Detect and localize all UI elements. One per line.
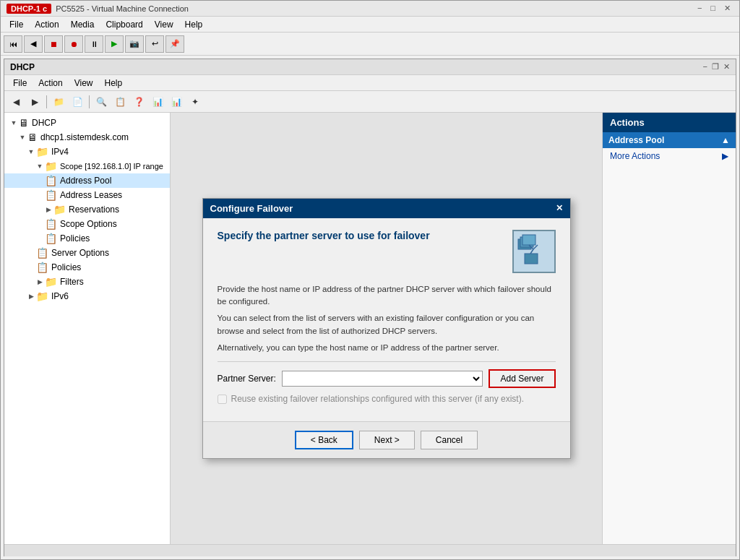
dialog-desc-1: Provide the host name or IP address of t… [218, 283, 556, 309]
vm-titlebar-left: DHCP-1 c PC5525 - Virtual Machine Connec… [7, 4, 189, 14]
tree-item-address-pool[interactable]: 📋 Address Pool [4, 173, 170, 188]
actions-section[interactable]: Address Pool ▲ [603, 132, 736, 148]
dhcp-toolbar-btn-3[interactable]: 🔍 [92, 94, 110, 110]
tree-item-policies[interactable]: 📋 Policies [4, 231, 170, 246]
tree-label-filters: Filters [60, 277, 84, 287]
vm-toolbar-btn-5[interactable]: 📷 [125, 35, 144, 53]
vm-menubar: File Action Media Clipboard View Help [1, 17, 739, 33]
vm-toolbar-btn-6[interactable]: ↩ [145, 35, 164, 53]
partner-server-row: Partner Server: Add Server [218, 369, 556, 388]
dhcp-titlebar: DHCP − ❐ ✕ [4, 59, 736, 75]
dialog-footer: < Back Next > Cancel [203, 421, 570, 458]
vm-maximize-btn[interactable]: □ [707, 4, 718, 13]
dhcp-toolbar-btn-8[interactable]: ✦ [186, 94, 204, 110]
dhcp-menu-file[interactable]: File [7, 77, 33, 90]
dialog-separator [218, 361, 556, 362]
horizontal-scrollbar[interactable] [4, 545, 736, 556]
dhcp-tree-icon: 🖥 [19, 117, 29, 129]
dialog-titlebar-controls: ✕ [556, 203, 563, 213]
dhcp-content: ▼ 🖥 DHCP ▼ 🖥 dhcp1.sistemdesk.com ▼ 📁 IP… [4, 113, 736, 544]
actions-panel: Actions Address Pool ▲ More Actions ▶ [602, 113, 736, 544]
vm-toolbar-btn-pause[interactable]: ⏸ [85, 35, 103, 53]
dhcp-forward-btn[interactable]: ▶ [26, 94, 43, 110]
dhcp-restore-btn[interactable]: ❐ [712, 62, 719, 72]
tree-label-reservations: Reservations [69, 204, 119, 215]
tree-item-server[interactable]: ▼ 🖥 dhcp1.sistemdesk.com [4, 130, 170, 145]
vm-minimize-btn[interactable]: − [694, 4, 705, 13]
dhcp-toolbar: ◀ ▶ 📁 📄 🔍 📋 ❓ 📊 📊 ✦ [4, 91, 736, 113]
reuse-failover-checkbox[interactable] [218, 395, 227, 404]
tree-label-policies2: Policies [51, 262, 81, 272]
dhcp-close-btn[interactable]: ✕ [723, 62, 730, 72]
server-options-icon: 📋 [36, 247, 48, 259]
dhcp-minimize-btn[interactable]: − [703, 62, 707, 72]
tree-label-ipv6: IPv6 [51, 291, 69, 301]
add-server-button[interactable]: Add Server [489, 369, 555, 388]
dialog-overlay: Configure Failover ✕ Specify the partner… [171, 113, 602, 544]
expand-icon-ipv4: ▼ [27, 148, 35, 155]
dhcp-toolbar-btn-7[interactable]: 📊 [168, 94, 185, 110]
address-pool-icon: 📋 [45, 175, 57, 186]
tree-item-address-leases[interactable]: 📋 Address Leases [4, 188, 170, 202]
dhcp-menu-action[interactable]: Action [33, 77, 68, 90]
more-actions-label: More Actions [610, 151, 660, 161]
vm-toolbar-btn-1[interactable]: ⏮ [4, 35, 22, 53]
actions-section-label: Address Pool [608, 135, 664, 145]
tree-item-ipv4[interactable]: ▼ 📁 IPv4 [4, 145, 170, 159]
vm-toolbar: ⏮ ◀ ⏹ ⏺ ⏸ ▶ 📷 ↩ 📌 [1, 33, 739, 56]
vm-menu-help[interactable]: Help [179, 18, 209, 31]
vm-title-tab[interactable]: DHCP-1 c [7, 4, 51, 14]
dhcp-toolbar-btn-1[interactable]: 📁 [50, 94, 67, 110]
vm-toolbar-btn-rec[interactable]: ⏺ [64, 35, 83, 53]
tree-label-dhcp: DHCP [32, 118, 56, 128]
bottom-scrollbar [4, 544, 736, 556]
vm-menu-file[interactable]: File [4, 18, 29, 31]
actions-section-chevron: ▲ [721, 135, 730, 145]
dhcp-toolbar-btn-6[interactable]: 📊 [149, 94, 166, 110]
partner-server-select[interactable] [282, 371, 483, 387]
ipv6-icon: 📁 [36, 290, 48, 302]
reservations-icon: 📁 [53, 204, 66, 215]
dhcp-menu-view[interactable]: View [69, 77, 99, 90]
vm-toolbar-btn-2[interactable]: ◀ [24, 35, 43, 53]
vm-menu-view[interactable]: View [149, 18, 179, 31]
checkbox-label: Reuse existing failover relationships co… [231, 394, 525, 404]
dhcp-toolbar-btn-5[interactable]: ❓ [130, 94, 147, 110]
tree-item-ipv6[interactable]: ▶ 📁 IPv6 [4, 289, 170, 303]
vm-toolbar-btn-7[interactable]: 📌 [165, 35, 184, 53]
tree-label-server-options: Server Options [51, 248, 109, 258]
scope-options-icon: 📋 [45, 218, 57, 230]
policies2-icon: 📋 [36, 262, 48, 273]
next-button[interactable]: Next > [359, 431, 415, 449]
vm-menu-action[interactable]: Action [29, 18, 64, 31]
expand-icon-ipv6: ▶ [27, 293, 35, 300]
tree-item-reservations[interactable]: ▶ 📁 Reservations [4, 202, 170, 217]
dhcp-toolbar-btn-2[interactable]: 📄 [69, 94, 86, 110]
more-actions-item[interactable]: More Actions ▶ [603, 148, 736, 164]
dhcp-toolbar-btn-4[interactable]: 📋 [111, 94, 129, 110]
vm-toolbar-btn-stop[interactable]: ⏹ [44, 35, 63, 53]
dialog-titlebar: Configure Failover ✕ [203, 199, 570, 218]
dialog-title: Configure Failover [210, 203, 293, 214]
tree-item-policies2[interactable]: 📋 Policies [4, 260, 170, 275]
vm-menu-media[interactable]: Media [65, 18, 100, 31]
dialog-close-btn[interactable]: ✕ [556, 203, 563, 213]
dhcp-menu-help[interactable]: Help [99, 77, 129, 90]
expand-icon-reservations: ▶ [45, 206, 52, 213]
tree-item-scope-options[interactable]: 📋 Scope Options [4, 217, 170, 231]
dhcp-back-btn[interactable]: ◀ [7, 94, 25, 110]
tree-item-dhcp[interactable]: ▼ 🖥 DHCP [4, 116, 170, 130]
vm-menu-clipboard[interactable]: Clipboard [100, 18, 148, 31]
tree-item-scope[interactable]: ▼ 📁 Scope [192.168.1.0] IP range [4, 159, 170, 173]
tree-item-filters[interactable]: ▶ 📁 Filters [4, 275, 170, 289]
vm-toolbar-btn-play[interactable]: ▶ [105, 35, 124, 53]
tree-panel: ▼ 🖥 DHCP ▼ 🖥 dhcp1.sistemdesk.com ▼ 📁 IP… [4, 113, 171, 544]
tree-item-server-options[interactable]: 📋 Server Options [4, 246, 170, 260]
back-button[interactable]: < Back [295, 431, 353, 449]
vm-close-btn[interactable]: ✕ [721, 4, 733, 13]
tree-label-scope: Scope [192.168.1.0] IP range [60, 162, 163, 171]
vm-titlebar: DHCP-1 c PC5525 - Virtual Machine Connec… [1, 1, 739, 17]
cancel-button[interactable]: Cancel [421, 431, 478, 449]
vm-titlebar-controls: − □ ✕ [694, 4, 733, 13]
dhcp-toolbar-sep-1 [46, 95, 47, 108]
